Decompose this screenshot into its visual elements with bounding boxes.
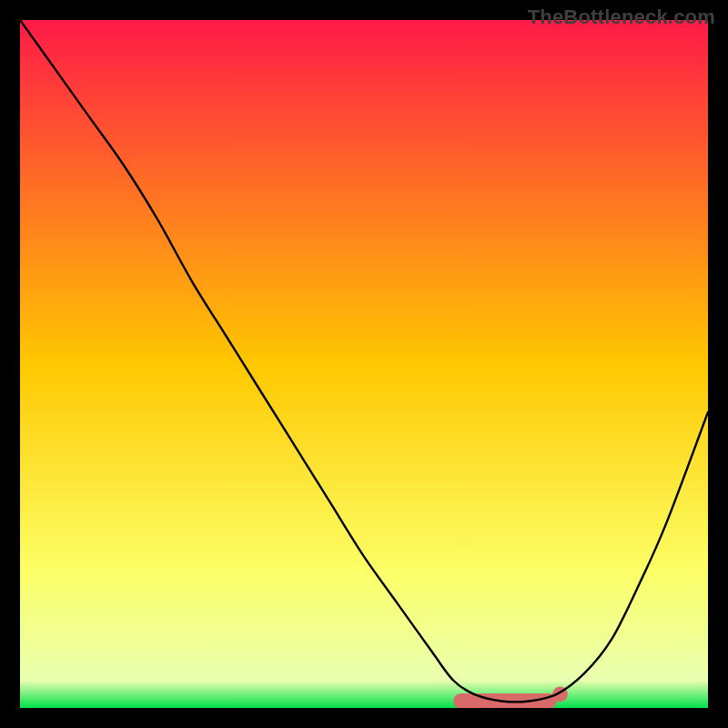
chart-frame: TheBottleneck.com xyxy=(0,0,728,728)
bottleneck-chart xyxy=(20,20,708,708)
watermark-text: TheBottleneck.com xyxy=(528,5,715,29)
plot-background xyxy=(20,20,708,708)
